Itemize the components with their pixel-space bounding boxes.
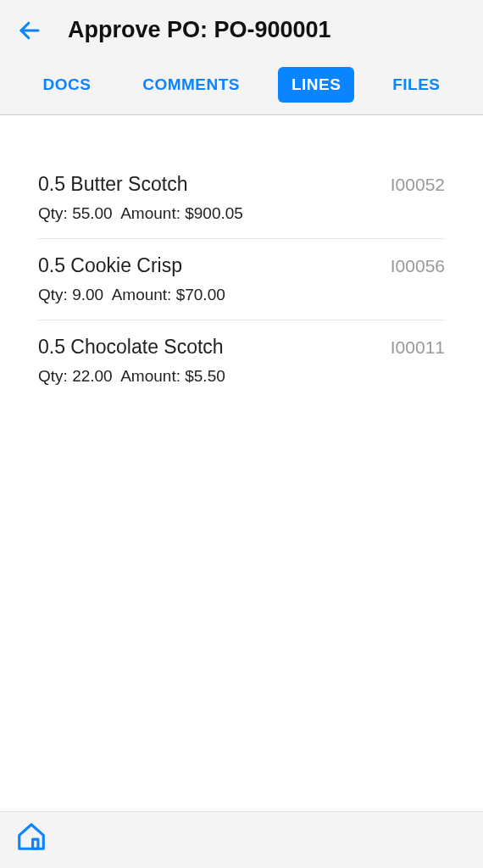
footer-bar <box>0 811 483 868</box>
qty-label: Qty: <box>38 204 72 222</box>
amount-value: $900.05 <box>185 204 243 222</box>
line-item-code: I00011 <box>391 336 445 386</box>
amount-value: $5.50 <box>185 367 225 385</box>
line-item[interactable]: 0.5 Chocolate Scotch Qty: 22.00 Amount: … <box>38 320 445 401</box>
amount-value: $70.00 <box>176 286 225 303</box>
qty-value: 9.00 <box>72 286 103 303</box>
lines-content: 0.5 Butter Scotch Qty: 55.00 Amount: $90… <box>0 115 483 811</box>
line-item[interactable]: 0.5 Butter Scotch Qty: 55.00 Amount: $90… <box>38 158 445 239</box>
qty-label: Qty: <box>38 286 72 303</box>
header: Approve PO: PO-900001 <box>0 0 483 52</box>
qty-label: Qty: <box>38 367 72 385</box>
line-item-detail: Qty: 22.00 Amount: $5.50 <box>38 367 391 386</box>
svg-rect-1 <box>33 839 38 849</box>
line-item[interactable]: 0.5 Cookie Crisp Qty: 9.00 Amount: $70.0… <box>38 239 445 320</box>
line-item-left: 0.5 Chocolate Scotch Qty: 22.00 Amount: … <box>38 336 391 386</box>
tab-lines[interactable]: LINES <box>278 67 354 103</box>
qty-value: 22.00 <box>72 367 113 385</box>
tab-bar: DOCS COMMENTS LINES FILES <box>0 52 483 115</box>
line-item-detail: Qty: 9.00 Amount: $70.00 <box>38 286 391 304</box>
line-item-left: 0.5 Butter Scotch Qty: 55.00 Amount: $90… <box>38 173 391 223</box>
amount-label: Amount: <box>112 286 176 303</box>
line-item-title: 0.5 Cookie Crisp <box>38 254 391 277</box>
tab-comments[interactable]: COMMENTS <box>129 67 253 103</box>
amount-label: Amount: <box>120 367 185 385</box>
line-item-code: I00056 <box>391 254 445 304</box>
tab-docs[interactable]: DOCS <box>29 67 104 103</box>
line-item-title: 0.5 Chocolate Scotch <box>38 336 391 359</box>
page-title: Approve PO: PO-900001 <box>68 17 331 43</box>
line-item-title: 0.5 Butter Scotch <box>38 173 391 196</box>
back-arrow-icon[interactable] <box>17 18 42 43</box>
amount-label: Amount: <box>120 204 185 222</box>
line-item-detail: Qty: 55.00 Amount: $900.05 <box>38 204 391 223</box>
line-item-code: I00052 <box>391 173 445 223</box>
qty-value: 55.00 <box>72 204 113 222</box>
tab-files[interactable]: FILES <box>379 67 453 103</box>
line-item-left: 0.5 Cookie Crisp Qty: 9.00 Amount: $70.0… <box>38 254 391 304</box>
home-icon[interactable] <box>15 821 47 853</box>
